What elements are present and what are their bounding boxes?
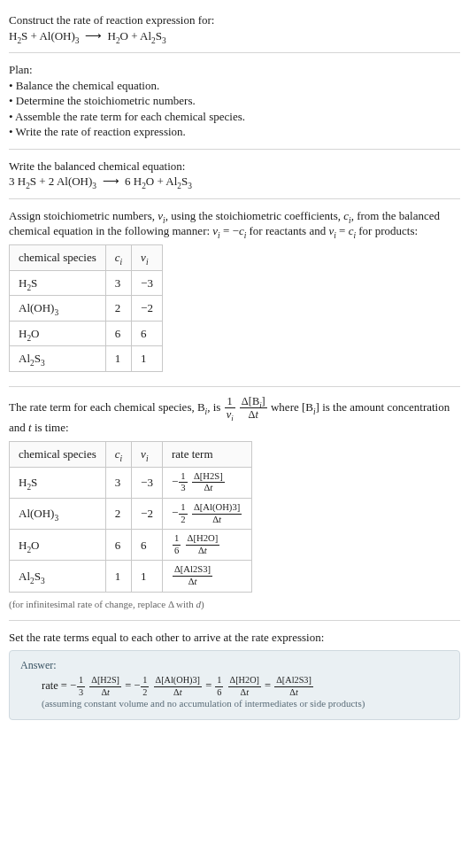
- divider: [9, 620, 460, 621]
- rateterm-section: The rate term for each chemical species,…: [9, 391, 460, 616]
- plan-item: • Write the rate of reaction expression.: [9, 124, 460, 140]
- table-row: H2O 6 6: [10, 321, 163, 346]
- table-row: Al(OH)3 2 −2 −12 Δ[Al(OH)3]Δt: [10, 498, 252, 529]
- col-ci: ci: [105, 245, 131, 271]
- unbalanced-equation: H2S + Al(OH)3 ⟶ H2O + Al2S3: [9, 28, 460, 44]
- balanced-section: Write the balanced chemical equation: 3 …: [9, 153, 460, 195]
- col-species: chemical species: [10, 245, 106, 271]
- col-species: chemical species: [10, 441, 106, 467]
- answer-label: Answer:: [20, 658, 449, 672]
- plan-section: Plan: • Balance the chemical equation. •…: [9, 57, 460, 145]
- table-row: H2S 3 −3: [10, 270, 163, 296]
- table-row: H2O 6 6 16 Δ[H2O]Δt: [10, 530, 252, 561]
- plan-item: • Assemble the rate term for each chemic…: [9, 109, 460, 125]
- infinitesimal-note: (for infinitesimal rate of change, repla…: [9, 598, 460, 611]
- construct-line: Construct the rate of reaction expressio…: [9, 12, 460, 28]
- answer-box: Answer: rate = −13 Δ[H2S]Δt = −12 Δ[Al(O…: [9, 650, 460, 720]
- stoich-section: Assign stoichiometric numbers, νi, using…: [9, 203, 460, 383]
- table-header-row: chemical species ci νi: [10, 245, 163, 271]
- answer-rate-expression: rate = −13 Δ[H2S]Δt = −12 Δ[Al(OH)3]Δt =…: [20, 676, 449, 697]
- col-vi: νi: [132, 441, 163, 467]
- stoich-table: chemical species ci νi H2S 3 −3 Al(OH)3 …: [9, 244, 163, 372]
- divider: [9, 52, 460, 53]
- divider: [9, 198, 460, 199]
- answer-note: (assuming constant volume and no accumul…: [20, 697, 449, 710]
- table-row: Al2S3 1 1: [10, 346, 163, 372]
- table-header-row: chemical species ci νi rate term: [10, 441, 252, 467]
- stoich-paragraph: Assign stoichiometric numbers, νi, using…: [9, 208, 460, 239]
- plan-item: • Balance the chemical equation.: [9, 78, 460, 94]
- table-row: H2S 3 −3 −13 Δ[H2S]Δt: [10, 467, 252, 498]
- plan-item: • Determine the stoichiometric numbers.: [9, 93, 460, 109]
- prompt-section: Construct the rate of reaction expressio…: [9, 7, 460, 49]
- col-rate: rate term: [162, 441, 251, 467]
- final-line: Set the rate terms equal to each other t…: [9, 630, 460, 646]
- col-ci: ci: [105, 441, 131, 467]
- rateterm-table: chemical species ci νi rate term H2S 3 −…: [9, 441, 252, 593]
- plan-heading: Plan:: [9, 62, 460, 78]
- col-vi: νi: [132, 245, 163, 271]
- table-row: Al(OH)3 2 −2: [10, 296, 163, 322]
- rateterm-paragraph: The rate term for each chemical species,…: [9, 396, 460, 436]
- table-row: Al2S3 1 1 Δ[Al2S3]Δt: [10, 561, 252, 592]
- balanced-equation: 3 H2S + 2 Al(OH)3 ⟶ 6 H2O + Al2S3: [9, 174, 460, 190]
- divider: [9, 149, 460, 150]
- balanced-line: Write the balanced chemical equation:: [9, 159, 460, 174]
- final-section: Set the rate terms equal to each other t…: [9, 624, 460, 725]
- divider: [9, 386, 460, 387]
